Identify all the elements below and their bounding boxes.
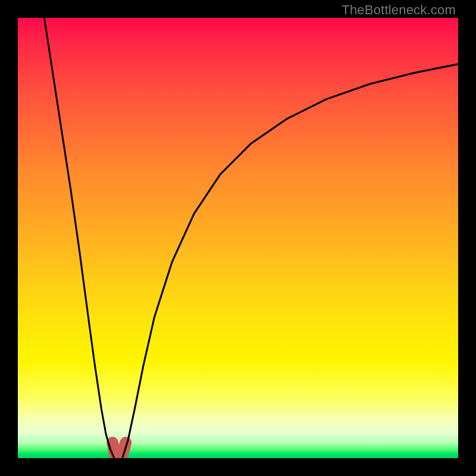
series-right-branch <box>123 64 458 458</box>
series-group <box>44 18 458 458</box>
plot-area <box>18 18 458 458</box>
series-left-branch <box>44 18 114 458</box>
chart-svg <box>18 18 458 458</box>
outer-frame: TheBottleneck.com <box>0 0 476 476</box>
watermark-text: TheBottleneck.com <box>342 2 456 18</box>
